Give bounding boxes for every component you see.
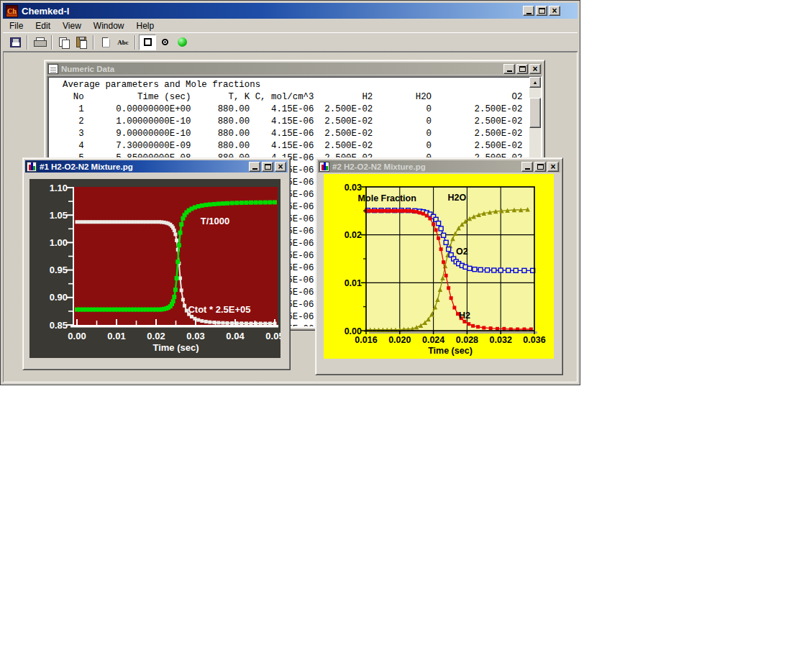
window-controls: ×	[523, 6, 560, 16]
menu-help[interactable]: Help	[133, 19, 160, 32]
app-icon: Ch	[6, 5, 18, 17]
minimize-icon	[526, 13, 532, 14]
numeric-window-controls: ×	[503, 64, 541, 74]
minimize-icon	[525, 168, 530, 170]
plot1-window: #1 H2-O2-N2 Mixture.pg × 0.850.900.951.0…	[22, 157, 291, 370]
doc-line	[50, 68, 56, 68]
menu-file[interactable]: File	[6, 19, 29, 32]
svg-text:0.024: 0.024	[422, 335, 444, 345]
menu-edit[interactable]: Edit	[32, 19, 56, 32]
plot2-window: #2 H2-O2-N2 Mixture.pg × 0.000.010.020.0…	[315, 157, 563, 375]
svg-text:0.01: 0.01	[345, 278, 362, 288]
plot1-chart: 0.850.900.951.001.051.100.000.010.020.03…	[29, 179, 280, 358]
desktop: { "app": {"title": "Chemked-I", "icon_te…	[0, 0, 812, 652]
maximize-icon	[537, 164, 544, 170]
menu-bar: File Edit View Window Help	[3, 19, 578, 32]
marker-tool-button[interactable]	[156, 35, 173, 50]
plot1-window-controls: ×	[249, 162, 286, 172]
close-icon: ×	[552, 7, 557, 14]
main-titlebar[interactable]: Ch Chemked-I ×	[3, 3, 578, 19]
maximize-icon	[519, 66, 526, 72]
maximize-button[interactable]	[536, 6, 547, 16]
toolbar: Abc	[3, 32, 578, 52]
maximize-icon	[539, 8, 545, 14]
svg-text:0.85: 0.85	[50, 320, 68, 331]
plot1-maximize-button[interactable]	[262, 162, 273, 172]
chart-bar	[326, 166, 328, 170]
green-sphere-icon	[178, 37, 187, 47]
mdi-workspace: Numeric Data × Average parameters and Mo…	[3, 52, 578, 382]
plot1-title: #1 H2-O2-N2 Mixture.pg	[40, 162, 246, 171]
document-icon	[48, 64, 58, 74]
frame-tool-button[interactable]	[139, 35, 156, 50]
svg-text:1.05: 1.05	[50, 210, 68, 221]
minimize-icon	[507, 70, 512, 72]
save-button[interactable]	[6, 35, 24, 50]
window-title: Chemked-I	[22, 6, 519, 17]
svg-text:Mole Fraction: Mole Fraction	[358, 193, 416, 203]
chart-bar	[33, 166, 35, 170]
radio-dot-icon	[162, 39, 168, 45]
plot2-titlebar[interactable]: #2 H2-O2-N2 Mixture.pg ×	[318, 160, 560, 173]
copy-icon	[59, 37, 69, 47]
svg-text:H2: H2	[459, 311, 470, 321]
maximize-icon	[265, 164, 271, 170]
toolbar-separator	[27, 35, 28, 50]
menu-window[interactable]: Window	[90, 19, 130, 32]
svg-text:0.05: 0.05	[265, 331, 280, 341]
chart-icon	[319, 162, 329, 172]
svg-text:0.03: 0.03	[345, 183, 362, 193]
print-button[interactable]	[31, 35, 48, 50]
print-icon	[34, 37, 45, 47]
scroll-up-button[interactable]: ▲	[529, 77, 541, 88]
svg-text:1.10: 1.10	[50, 183, 68, 193]
numeric-minimize-button[interactable]	[503, 64, 515, 74]
close-icon: ×	[532, 64, 537, 74]
plot2-close-button[interactable]: ×	[547, 162, 559, 172]
svg-text:0.04: 0.04	[226, 331, 245, 341]
plot1-titlebar[interactable]: #1 H2-O2-N2 Mixture.pg ×	[25, 160, 288, 173]
svg-text:0.020: 0.020	[388, 335, 411, 345]
svg-text:0.01: 0.01	[107, 331, 125, 341]
minimize-icon	[252, 168, 257, 170]
svg-text:0.02: 0.02	[147, 331, 165, 341]
svg-text:H2O: H2O	[448, 193, 467, 203]
plot2-client: 0.000.010.020.030.0160.0200.0240.0280.03…	[318, 173, 560, 372]
copy-button[interactable]	[55, 35, 73, 50]
toolbar-separator	[51, 35, 53, 50]
plot1-minimize-button[interactable]	[249, 162, 260, 172]
svg-text:Time (sec): Time (sec)	[152, 342, 199, 353]
svg-text:O2: O2	[456, 247, 468, 257]
toolbar-separator	[93, 35, 94, 50]
close-icon: ×	[550, 162, 555, 172]
numeric-titlebar[interactable]: Numeric Data ×	[47, 63, 542, 75]
plot2-window-controls: ×	[521, 162, 559, 172]
menu-view[interactable]: View	[59, 19, 87, 32]
svg-text:0.00: 0.00	[68, 331, 86, 341]
svg-text:0.032: 0.032	[490, 335, 512, 345]
toolbar-separator	[134, 35, 136, 50]
text-abc-button[interactable]: Abc	[114, 35, 132, 50]
doc-line	[50, 72, 56, 73]
abc-icon: Abc	[117, 39, 129, 46]
app-icon-label: Ch	[7, 7, 17, 15]
plot1-close-button[interactable]: ×	[275, 162, 286, 172]
numeric-maximize-button[interactable]	[516, 64, 528, 74]
save-icon	[10, 37, 21, 47]
svg-text:Ctot * 2.5E+05: Ctot * 2.5E+05	[188, 304, 250, 315]
doc-line	[50, 70, 56, 70]
arrow-up-icon: ▲	[533, 80, 538, 85]
numeric-close-button[interactable]: ×	[529, 64, 541, 74]
frame-icon	[144, 38, 152, 46]
close-button[interactable]: ×	[549, 6, 560, 16]
minimize-button[interactable]	[523, 6, 534, 16]
svg-text:0.016: 0.016	[355, 335, 377, 345]
sphere-tool-button[interactable]	[173, 35, 191, 50]
new-page-button[interactable]	[97, 35, 114, 50]
plot2-maximize-button[interactable]	[534, 162, 546, 172]
chart-icon	[27, 162, 37, 172]
svg-text:0.95: 0.95	[50, 265, 68, 275]
scroll-thumb[interactable]	[529, 98, 541, 128]
plot2-minimize-button[interactable]	[521, 162, 533, 172]
paste-button[interactable]	[73, 35, 90, 50]
